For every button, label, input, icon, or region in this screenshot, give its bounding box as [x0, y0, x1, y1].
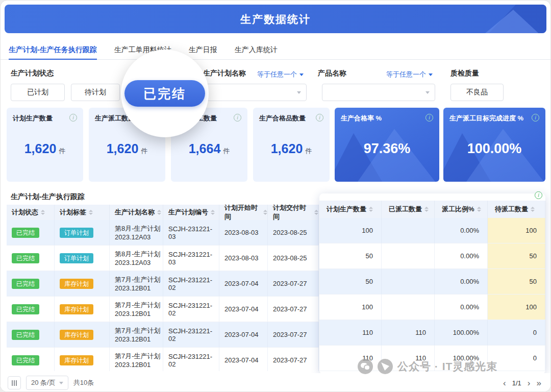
panel-header: 计划生产数量 已派工数量 派工比例% 待派工数量 [319, 201, 545, 218]
panel-row[interactable]: 500.00%50 [319, 243, 545, 269]
column-header-tag[interactable]: 计划标签 [55, 205, 110, 220]
cell-status: 已完结 [7, 246, 55, 271]
status-badge: 已完结 [12, 355, 39, 365]
column-label: 计划开始时间 [224, 205, 261, 222]
cell-dispatch-ratio: 100.00% [435, 320, 488, 346]
status-pending-button[interactable]: 待计划 [71, 84, 120, 101]
cell-pending-qty: 50 [488, 243, 545, 269]
panel-body: 1000.00%100500.00%50500.00%501000.00%100… [319, 218, 545, 371]
status-badge: 已完结 [12, 228, 39, 238]
info-icon[interactable]: i [234, 114, 241, 121]
completed-button-magnified[interactable]: 已完结 [124, 80, 205, 107]
cell-dispatched-qty [382, 295, 435, 320]
column-header-dispatch-ratio[interactable]: 派工比例% [435, 201, 488, 218]
last-page-icon[interactable]: » [537, 379, 541, 387]
product-operator[interactable]: 等于任意一个 [386, 70, 433, 79]
sort-icon [314, 210, 318, 215]
tab-warehouse-stats[interactable]: 生产入库统计 [235, 42, 278, 59]
panel-row[interactable]: 110110100.00%0 [319, 320, 545, 346]
column-label: 计划状态 [12, 208, 38, 217]
cell-due-date: 2023-07-27 [268, 348, 319, 371]
plan-name-select[interactable] [205, 84, 307, 101]
column-settings-icon[interactable] [8, 376, 21, 389]
prev-page-icon[interactable]: ‹ [503, 379, 506, 387]
stat-value: 1,664 [189, 141, 221, 156]
column-header-status[interactable]: 计划状态 [7, 205, 55, 220]
column-header-due-date[interactable]: 计划交付时间 [268, 205, 319, 220]
info-icon[interactable]: i [69, 114, 77, 121]
column-header-dispatched-qty[interactable]: 已派工数量 [382, 201, 435, 218]
stat-card-dispatch-progress: 生产派工目标完成进度 %i 100.00% [443, 108, 545, 182]
operator-label: 等于任意一个 [386, 70, 426, 79]
column-label: 派工比例% [442, 205, 474, 214]
stat-value: 97.36% [364, 141, 411, 157]
info-icon[interactable]: i [425, 114, 433, 121]
cell-pending-qty: 100 [488, 295, 545, 320]
chevron-down-icon [297, 91, 301, 94]
stat-label: 生产派工目标完成进度 % [449, 114, 525, 122]
status-planned-button[interactable]: 已计划 [11, 84, 65, 101]
table-row[interactable]: 已完结库存计划第7月-生产计划2023.12B01SCJH-231221-022… [7, 271, 319, 297]
sort-icon [157, 210, 161, 215]
page-title: 生产数据统计 [5, 12, 546, 27]
page-size-select[interactable]: 20 条/页 [26, 376, 68, 390]
tab-daily-report[interactable]: 生产日报 [189, 42, 217, 59]
filter-quality-label: 质检质量 [450, 69, 479, 78]
operator-label: 等于任意一个 [257, 70, 297, 79]
column-header-plan-name[interactable]: 生产计划名称 [110, 205, 163, 220]
tab-bar: 生产计划-生产任务执行跟踪 生产工单用料统计 生产日报 生产入库统计 [1, 42, 550, 60]
stat-unit: 件 [59, 146, 65, 156]
tab-production-plan-tracking[interactable]: 生产计划-生产任务执行跟踪 [9, 42, 97, 59]
table-section-title: 生产计划-生产执行跟踪 [11, 192, 85, 202]
stat-unit: 件 [305, 146, 312, 156]
tab-label: 生产日报 [189, 45, 217, 54]
column-header-start-date[interactable]: 计划开始时间 [219, 205, 268, 220]
filter-plan-name-label: 生产计划名称 [203, 69, 246, 78]
next-page-icon[interactable]: › [528, 379, 531, 387]
column-label: 计划标签 [60, 208, 86, 217]
cell-dispatched-qty [382, 243, 435, 269]
page-indicator: 1/1 [512, 379, 521, 387]
status-badge: 已完结 [12, 279, 39, 289]
info-icon[interactable]: i [532, 114, 539, 121]
info-icon[interactable]: i [316, 114, 323, 121]
cell-plan-qty: 110 [319, 320, 382, 346]
cell-dispatched-qty [382, 269, 435, 295]
cell-due-date: 2023-08-25 [268, 220, 319, 246]
cell-dispatched-qty: 110 [382, 320, 435, 346]
cell-plan-qty: 100 [319, 218, 382, 243]
column-header-plan-code[interactable]: 生产计划编号 [163, 205, 219, 220]
sort-icon [41, 210, 45, 215]
cell-plan-code: SCJH-231221-03 [163, 246, 219, 271]
stat-card-pass-rate: 生产合格率 %i 97.36% [335, 108, 439, 182]
cell-pending-qty: 50 [488, 269, 545, 295]
column-header-pending-qty[interactable]: 待派工数量 [488, 201, 545, 218]
panel-row[interactable]: 110110100.00%0 [319, 346, 545, 371]
column-header-plan-qty[interactable]: 计划生产数量 [319, 201, 382, 218]
plan-name-operator[interactable]: 等于任意一个 [257, 70, 304, 79]
table-row[interactable]: 已完结库存计划第7月-生产计划2023.12B01SCJH-231221-022… [7, 297, 319, 322]
table-row[interactable]: 已完结库存计划第7月-生产计划2023.12B01SCJH-231221-022… [7, 322, 319, 348]
cell-status: 已完结 [7, 348, 55, 371]
panel-row[interactable]: 1000.00%100 [319, 218, 545, 243]
tab-label: 生产计划-生产任务执行跟踪 [9, 45, 97, 54]
status-badge: 已完结 [12, 304, 39, 314]
table-row[interactable]: 已完结库存计划第7月-生产计划2023.12B01SCJH-231221-022… [7, 348, 319, 371]
production-plan-table: 计划状态 计划标签 生产计划名称 生产计划编号 计划开始时间 计划交付时间 已完… [7, 205, 319, 371]
column-label: 生产计划编号 [168, 208, 208, 217]
stat-value: 100.00% [467, 141, 522, 157]
info-icon[interactable]: i [535, 191, 542, 199]
cell-plan-name: 第7月-生产计划2023.12B01 [110, 271, 163, 297]
stat-value: 1,620 [107, 141, 139, 156]
cell-tag: 订单计划 [55, 246, 110, 271]
cell-start-date: 2023-07-04 [219, 271, 268, 297]
cell-start-date: 2023-07-04 [219, 348, 268, 371]
panel-row[interactable]: 1000.00%100 [319, 295, 545, 320]
table-row[interactable]: 已完结订单计划第8月-生产计划2023.12A03SCJH-231221-032… [7, 246, 319, 271]
table-row[interactable]: 已完结订单计划第8月-生产计划2023.12A03SCJH-231221-032… [7, 220, 319, 246]
tag-badge: 库存计划 [60, 330, 93, 340]
product-select[interactable] [322, 84, 435, 101]
cell-dispatched-qty [382, 218, 435, 243]
panel-row[interactable]: 500.00%50 [319, 269, 545, 295]
defective-button[interactable]: 不良品 [450, 84, 504, 101]
